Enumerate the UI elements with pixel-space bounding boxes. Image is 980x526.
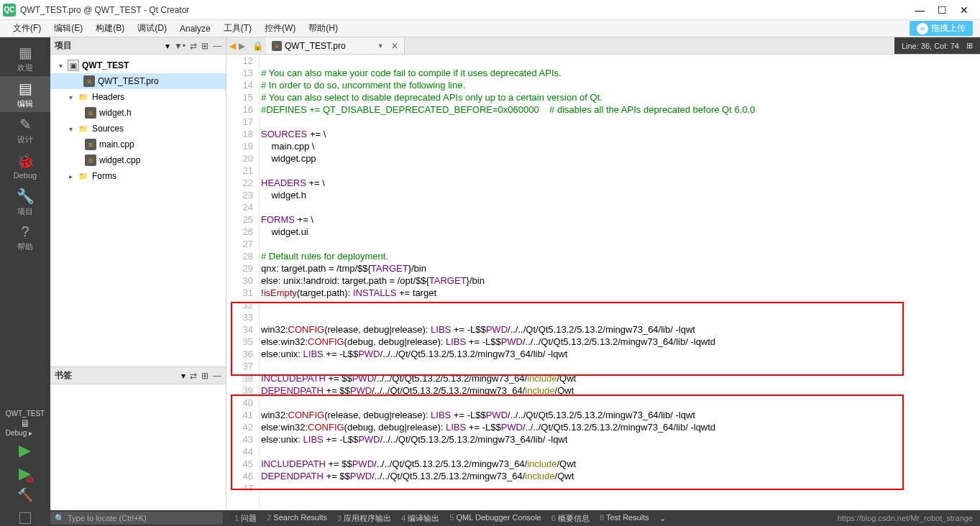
panel-close-icon[interactable]: — (213, 371, 221, 381)
tree-main-cpp[interactable]: ≡main.cpp (50, 137, 226, 152)
monitor-icon: 🖥 (6, 417, 45, 429)
run-button[interactable]: ▶ (19, 441, 31, 460)
menu-help[interactable]: 帮助(H) (303, 21, 344, 36)
debug-icon: 🐞 (17, 152, 35, 170)
nav-back-button[interactable]: ◀ (229, 41, 236, 51)
grid-icon: ▦ (19, 44, 32, 61)
qt-creator-icon: QC (3, 4, 16, 17)
tree-widget-cpp[interactable]: ≡widget.cpp (50, 152, 226, 168)
cpp-file-icon: ≡ (85, 154, 96, 166)
window-title: QWT_TEST.pro @ QWT_TEST - Qt Creator (20, 5, 915, 15)
menu-edit[interactable]: 编辑(E) (48, 21, 88, 36)
nav-design[interactable]: ✎设计 (0, 112, 50, 148)
wrench-icon: 🔧 (17, 188, 35, 205)
bookmarks-header: 书签 ▾ ⇄ ⊞ — (50, 367, 226, 384)
nav-welcome[interactable]: ▦欢迎 (0, 40, 50, 76)
search-icon: 🔍 (55, 514, 65, 523)
close-button[interactable]: ✕ (960, 4, 968, 16)
editor-area: ◀ ▶ 🔒 ≡ QWT_TEST.pro ▼ ✕ Line: 36, Col: … (226, 37, 980, 510)
run-debug-button[interactable]: ▶🐞 (19, 464, 31, 483)
cloud-icon: ∞ (917, 23, 928, 34)
output-pane-item[interactable]: 6 概要信息 (547, 513, 594, 524)
filter-icon[interactable]: ▼• (174, 41, 186, 51)
split-icon[interactable]: ⊞ (201, 371, 209, 381)
bug-overlay-icon: 🐞 (25, 475, 34, 483)
nav-edit[interactable]: ▤编辑 (0, 76, 50, 112)
nav-debug[interactable]: 🐞Debug (0, 148, 50, 184)
panel-dropdown-icon[interactable]: ▾ (181, 371, 186, 381)
tree-headers[interactable]: ▾📁Headers (50, 89, 226, 105)
output-pane-item[interactable]: 5 QML Debugger Console (445, 513, 545, 524)
left-sidebar: ▦欢迎 ▤编辑 ✎设计 🐞Debug 🔧项目 ?帮助 QWT_TEST 🖥 De… (0, 37, 50, 510)
help-icon: ? (21, 223, 29, 240)
menu-analyze[interactable]: Analyze (174, 22, 216, 35)
locator-placeholder: Type to locate (Ctrl+K) (68, 514, 147, 522)
tab-dropdown-icon[interactable]: ▼ (377, 42, 384, 50)
menu-build[interactable]: 构建(B) (90, 21, 130, 36)
titlebar: QC QWT_TEST.pro @ QWT_TEST - Qt Creator … (0, 0, 980, 20)
link-icon[interactable]: ⇄ (190, 41, 197, 51)
cpp-folder-icon: 📁 (78, 123, 89, 134)
tree-widget-h[interactable]: ≡widget.h (50, 105, 226, 121)
tab-filename: QWT_TEST.pro (285, 41, 346, 51)
split-editor-icon[interactable]: ⊞ (966, 41, 973, 50)
nav-help[interactable]: ?帮助 (0, 220, 50, 256)
output-pane-item[interactable]: 1 问题 (230, 513, 261, 524)
minimize-button[interactable]: — (915, 4, 925, 16)
output-panes: 1 问题2 Search Results3 应用程序输出4 编译输出5 QML … (230, 513, 654, 524)
forms-folder-icon: 📁 (78, 170, 89, 182)
nav-forward-button[interactable]: ▶ (239, 41, 245, 51)
editor-tab-bar: ◀ ▶ 🔒 ≡ QWT_TEST.pro ▼ ✕ Line: 36, Col: … (226, 37, 980, 55)
link-icon[interactable]: ⇄ (190, 371, 197, 381)
bookmarks-title: 书签 (55, 369, 177, 382)
menu-debug[interactable]: 调试(D) (132, 21, 173, 36)
output-pane-item[interactable]: 8 Test Results (595, 513, 654, 524)
h-folder-icon: 📁 (78, 91, 89, 103)
h-file-icon: ≡ (85, 107, 96, 119)
lock-icon[interactable]: 🔒 (252, 41, 263, 51)
code-content[interactable]: # You can also make your code fail to co… (259, 55, 980, 510)
project-panel: 项目 ▾ ▼• ⇄ ⊞ — ▾▣QWT_TEST ≡QWT_TEST.pro ▾… (50, 37, 226, 510)
split-icon[interactable]: ⊞ (201, 41, 209, 51)
watermark: https://blog.csdn.net/Mr_robot_strange (838, 514, 980, 522)
project-tree[interactable]: ▾▣QWT_TEST ≡QWT_TEST.pro ▾📁Headers ≡widg… (50, 55, 226, 366)
tree-forms[interactable]: ▸📁Forms (50, 168, 226, 184)
code-editor[interactable]: 1213141516171819202122232425262728293031… (226, 55, 980, 510)
edit-icon: ▤ (19, 80, 32, 97)
menu-tools[interactable]: 工具(T) (218, 21, 257, 36)
tab-close-icon[interactable]: ✕ (391, 41, 398, 51)
menu-widgets[interactable]: 控件(W) (259, 21, 301, 36)
nav-projects[interactable]: 🔧项目 (0, 184, 50, 220)
build-button[interactable]: 🔨 (17, 487, 33, 503)
cloud-upload-label: 拖拽上传 (931, 22, 966, 34)
locator-input[interactable]: 🔍 Type to locate (Ctrl+K) (50, 512, 223, 525)
tree-root[interactable]: ▾▣QWT_TEST (50, 57, 226, 73)
output-pane-item[interactable]: 4 编译输出 (397, 513, 444, 524)
panel-dropdown-icon[interactable]: ▾ (165, 41, 170, 51)
kit-selector[interactable]: QWT_TEST 🖥 Debug▸ (6, 410, 45, 437)
maximize-button[interactable]: ☐ (938, 4, 947, 16)
window-controls: — ☐ ✕ (915, 4, 977, 16)
output-toggle-icon[interactable] (19, 512, 31, 524)
cpp-file-icon: ≡ (85, 139, 96, 150)
project-panel-title: 项目 (55, 40, 161, 52)
tree-pro-file[interactable]: ≡QWT_TEST.pro (50, 73, 226, 89)
statusbar: 🔍 Type to locate (Ctrl+K) 1 问题2 Search R… (0, 510, 980, 526)
cloud-upload-button[interactable]: ∞ 拖拽上传 (910, 21, 973, 36)
panel-close-icon[interactable]: — (213, 41, 221, 51)
tree-sources[interactable]: ▾📁Sources (50, 121, 226, 137)
menubar: 文件(F) 编辑(E) 构建(B) 调试(D) Analyze 工具(T) 控件… (0, 20, 980, 37)
pro-file-icon: ≡ (83, 75, 95, 87)
cursor-position: Line: 36, Col: 74 ⊞ (894, 37, 980, 54)
project-icon: ▣ (68, 60, 79, 71)
design-icon: ✎ (19, 116, 32, 133)
menu-file[interactable]: 文件(F) (7, 21, 47, 36)
output-pane-item[interactable]: 2 Search Results (262, 513, 331, 524)
chevron-right-icon: ▸ (29, 429, 32, 437)
bookmarks-panel: 书签 ▾ ⇄ ⊞ — (50, 366, 226, 510)
file-tab[interactable]: ≡ QWT_TEST.pro ▼ ✕ (266, 37, 405, 54)
project-panel-header: 项目 ▾ ▼• ⇄ ⊞ — (50, 37, 226, 55)
output-pane-item[interactable]: 3 应用程序输出 (333, 513, 395, 524)
output-dropdown-icon[interactable]: ⌄ (659, 514, 666, 523)
line-gutter: 1213141516171819202122232425262728293031… (226, 55, 259, 510)
